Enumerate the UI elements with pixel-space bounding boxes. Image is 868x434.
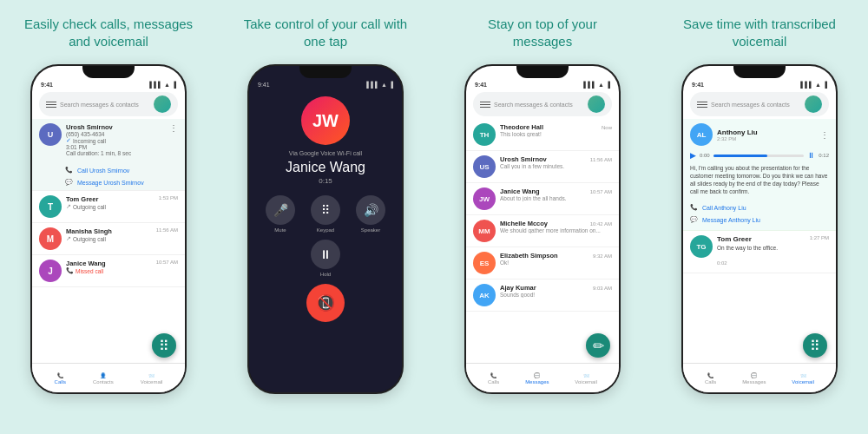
more-icon-vm[interactable]: ⋮ [820,130,829,140]
vm-tom-duration: 0:02 [717,260,727,266]
mute-label: Mute [274,227,286,233]
vm-message-label: Message Anthony Liu [702,217,760,223]
keypad-button[interactable]: ⠿ Keypad [311,195,340,233]
msg-avatar-2: JW [473,187,496,210]
contact-avatar-tom: T [39,195,62,218]
nav-voicemail-label-3: Voicemail [575,379,597,385]
nav-messages-3[interactable]: 💬 Messages [525,372,549,385]
contact-item-manisha[interactable]: M Manisha Singh ↗Outgoing call 11:56 AM [32,223,185,255]
msg-item-5[interactable]: AK Ajay Kumar9:03 AM Sounds good! [466,279,619,312]
nav-voicemail-3[interactable]: 📨 Voicemail [575,372,597,385]
msg-name-4: Elizabeth Simpson [500,252,558,260]
msg-name-3: Michelle Mccoy [500,220,548,227]
user-avatar-3 [588,95,605,113]
nav-messages-4[interactable]: 💬 Messages [742,372,766,385]
msg-item-3[interactable]: MM Michelle Mccoy10:42 AM We should gath… [466,215,619,247]
msg-name-0: Theodore Hall [500,123,543,131]
contact-avatar-manisha: M [39,227,62,250]
signal-icon-3: ▌▌▌ [583,82,596,88]
phone-icon-small: 📞 [65,167,73,174]
messages-icon-3: 💬 [534,372,540,378]
msg-item-2[interactable]: JW Janice Wang10:57 AM About to join the… [466,183,619,215]
voicemail-item-tom[interactable]: TG Tom Greer 1:27 PM On the way to the o… [683,231,836,273]
fab-compose[interactable]: ✏ [586,333,610,358]
search-placeholder-1: Search messages & contacts [60,102,150,108]
contact-time-tom: 1:53 PM [159,195,178,201]
vm-call-label: Call Anthony Liu [702,205,746,211]
wifi-icon-3: ▲ [598,82,604,88]
voicemail-item-main[interactable]: AL Anthony Liu 2:32 PM ⋮ ▶ 0:00 ⏸ [683,119,836,231]
status-icons-4: ▌▌▌ ▲ ▐ [800,82,827,88]
phone-screen-1: 9:41 ▌▌▌ ▲ ▐ Search messages & contacts … [32,66,185,392]
vm-tom-name-row: Tom Greer 1:27 PM [717,235,829,243]
message-icon-small: 💬 [65,179,73,186]
menu-icon-3 [480,102,490,108]
vm-call-action[interactable]: 📞 Call Anthony Liu [690,201,829,214]
call-action-message[interactable]: 💬 Message Urosh Smirnov [65,176,144,188]
menu-icon-4 [697,102,707,108]
calls-icon-4: 📞 [707,372,713,378]
nav-voicemail-label-4: Voicemail [792,379,814,385]
call-status-bar: 9:41 ▌▌▌ ▲ ▐ [249,78,402,89]
message-icon-vm: 💬 [690,216,698,223]
msg-item-4[interactable]: ES Elizabeth Simpson9:32 AM Ok! [466,247,619,279]
notch-1 [82,66,135,78]
hold-section: ⏸ Hold [311,240,340,277]
contact-call-type-urosh: ✓ Incoming call [66,137,165,144]
mute-button[interactable]: 🎤 Mute [266,195,295,233]
status-bar-1: 9:41 ▌▌▌ ▲ ▐ [32,78,185,89]
nav-calls-4[interactable]: 📞 Calls [705,372,716,385]
contact-item-janice[interactable]: J Janice Wang 📞Missed call 10:57 AM [32,255,185,287]
vm-message-action[interactable]: 💬 Message Anthony Liu [690,214,829,226]
msg-info-3: Michelle Mccoy10:42 AM We should gather … [500,220,612,233]
search-bar-1[interactable]: Search messages & contacts [39,92,178,116]
vm-play-icon[interactable]: ▶ [690,151,696,160]
contact-avatar-janice: J [39,260,62,282]
phone-screen-4: 9:41 ▌▌▌ ▲ ▐ Search messages & contacts … [683,66,836,392]
call-status-icons: ▌▌▌ ▲ ▐ [366,82,393,88]
hold-button[interactable]: ⏸ [311,240,340,269]
call-action-call[interactable]: 📞 Call Urosh Smirnov [65,164,144,176]
contact-item-tom[interactable]: T Tom Greer ↗Outgoing call 1:53 PM [32,191,185,223]
msg-info-0: Theodore HallNow This looks great! [500,123,612,137]
search-bar-4[interactable]: Search messages & contacts [690,92,829,116]
panel-active-call: Take control of your call withone tap 9:… [217,0,434,434]
msg-avatar-4: ES [473,252,496,274]
msg-preview-4: Ok! [500,260,612,266]
fab-dialpad-4[interactable]: ⠿ [803,333,827,358]
nav-voicemail-4[interactable]: 📨 Voicemail [792,372,814,385]
nav-messages-label-4: Messages [742,379,766,385]
pause-icon-vm[interactable]: ⏸ [807,151,815,160]
panel-messages: Stay on top of yourmessages 9:41 ▌▌▌ ▲ ▐… [434,0,651,434]
speaker-button[interactable]: 🔊 Speaker [356,195,385,233]
speaker-icon: 🔊 [364,203,378,217]
msg-item-1[interactable]: US Urosh Smirnov11:56 AM Call you in a f… [466,151,619,183]
contact-item-urosh[interactable]: U Urosh Smirnov (650) 435-4634 ✓ Incomin… [32,119,185,191]
vm-contact-time: 2:32 PM [717,136,816,141]
nav-calls-3[interactable]: 📞 Calls [488,372,499,385]
speaker-label: Speaker [361,227,380,233]
signal-icon: ▌▌▌ [149,82,162,88]
end-call-icon: 📵 [316,293,335,312]
vm-progress-bar[interactable] [713,155,805,157]
nav-voicemail[interactable]: 📨 Voicemail [141,372,163,385]
nav-calls[interactable]: 📞 Calls [55,372,66,385]
nav-calls-label: Calls [55,379,66,385]
call-wifi-icon: ▲ [381,82,387,88]
msg-preview-0: This looks great! [500,131,612,137]
nav-contacts[interactable]: 👤 Contacts [93,372,114,385]
fab-dialpad[interactable]: ⠿ [152,333,176,358]
keypad-label: Keypad [317,227,334,233]
msg-name-5: Ajay Kumar [500,284,536,292]
search-placeholder-4: Search messages & contacts [711,102,801,108]
msg-item-0[interactable]: TH Theodore HallNow This looks great! [466,119,619,151]
phone-device-2: 9:41 ▌▌▌ ▲ ▐ JW Via Google Voice Wi-Fi c… [247,64,404,394]
contact-name-urosh: Urosh Smirnov [66,123,165,131]
msg-avatar-1: US [473,155,496,178]
search-bar-3[interactable]: Search messages & contacts [473,92,612,116]
more-icon-urosh[interactable]: ⋮ [169,123,178,133]
vm-contact-name: Anthony Liu [717,128,816,136]
vm-tom-info: Tom Greer 1:27 PM On the way to the offi… [717,235,829,268]
call-signal-icon: ▌▌▌ [366,82,379,88]
end-call-button[interactable]: 📵 [306,284,345,322]
